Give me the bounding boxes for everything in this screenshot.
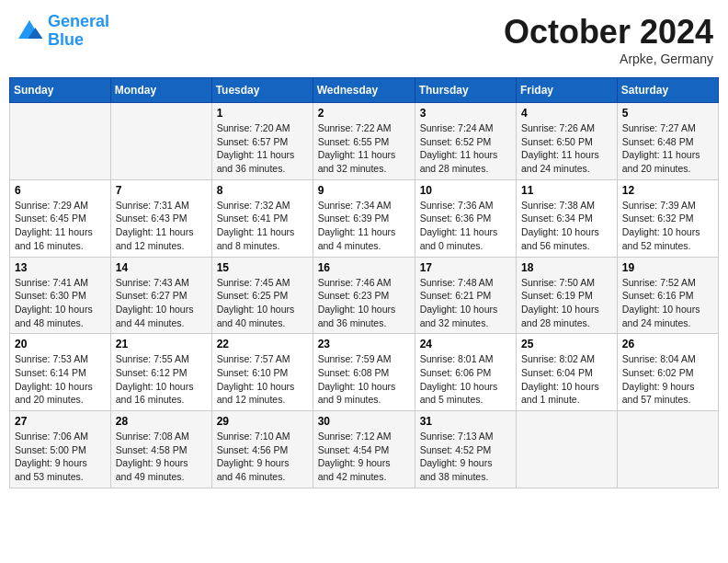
- calendar-cell: 27Sunrise: 7:06 AM Sunset: 5:00 PM Dayli…: [10, 411, 111, 488]
- calendar-week-1: 1Sunrise: 7:20 AM Sunset: 6:57 PM Daylig…: [10, 103, 719, 180]
- calendar-cell: 15Sunrise: 7:45 AM Sunset: 6:25 PM Dayli…: [211, 257, 313, 334]
- day-info: Sunrise: 7:48 AM Sunset: 6:21 PM Dayligh…: [420, 276, 511, 330]
- day-number: 11: [521, 184, 612, 197]
- day-number: 26: [622, 338, 713, 350]
- day-number: 23: [318, 338, 410, 350]
- month-title: October 2024: [504, 13, 713, 52]
- day-info: Sunrise: 7:46 AM Sunset: 6:23 PM Dayligh…: [318, 276, 410, 330]
- day-info: Sunrise: 7:10 AM Sunset: 4:56 PM Dayligh…: [217, 430, 308, 484]
- day-number: 5: [622, 107, 713, 120]
- calendar-cell: 20Sunrise: 7:53 AM Sunset: 6:14 PM Dayli…: [10, 334, 111, 411]
- day-number: 3: [420, 107, 511, 120]
- day-number: 30: [318, 415, 410, 428]
- calendar-week-4: 20Sunrise: 7:53 AM Sunset: 6:14 PM Dayli…: [10, 334, 719, 411]
- day-number: 22: [217, 338, 308, 350]
- calendar-cell: 18Sunrise: 7:50 AM Sunset: 6:19 PM Dayli…: [517, 257, 618, 334]
- day-number: 31: [420, 415, 511, 428]
- weekday-header-sunday: Sunday: [10, 78, 111, 103]
- day-number: 12: [622, 184, 713, 197]
- day-info: Sunrise: 8:04 AM Sunset: 6:02 PM Dayligh…: [622, 352, 713, 407]
- calendar-cell: 26Sunrise: 8:04 AM Sunset: 6:02 PM Dayli…: [617, 334, 718, 411]
- calendar-cell: 17Sunrise: 7:48 AM Sunset: 6:21 PM Dayli…: [415, 257, 516, 334]
- day-info: Sunrise: 7:43 AM Sunset: 6:27 PM Dayligh…: [116, 276, 207, 330]
- day-number: 9: [318, 184, 410, 197]
- day-info: Sunrise: 7:55 AM Sunset: 6:12 PM Dayligh…: [116, 352, 207, 407]
- day-number: 10: [420, 184, 511, 197]
- weekday-header-tuesday: Tuesday: [211, 78, 313, 103]
- day-info: Sunrise: 7:31 AM Sunset: 6:43 PM Dayligh…: [116, 199, 207, 253]
- logo-text: General Blue: [48, 13, 109, 50]
- day-info: Sunrise: 7:22 AM Sunset: 6:55 PM Dayligh…: [318, 121, 410, 176]
- day-info: Sunrise: 7:36 AM Sunset: 6:36 PM Dayligh…: [420, 199, 511, 253]
- day-number: 29: [217, 415, 308, 428]
- calendar-cell: 31Sunrise: 7:13 AM Sunset: 4:52 PM Dayli…: [415, 411, 516, 488]
- calendar-cell: 9Sunrise: 7:34 AM Sunset: 6:39 PM Daylig…: [313, 179, 415, 257]
- calendar-table: SundayMondayTuesdayWednesdayThursdayFrid…: [9, 77, 719, 488]
- calendar-cell: 6Sunrise: 7:29 AM Sunset: 6:45 PM Daylig…: [10, 179, 111, 257]
- day-number: 7: [116, 184, 207, 197]
- logo-icon: [15, 17, 44, 46]
- calendar-cell: 28Sunrise: 7:08 AM Sunset: 4:58 PM Dayli…: [110, 411, 211, 488]
- location-subtitle: Arpke, Germany: [504, 52, 713, 66]
- day-number: 27: [15, 415, 106, 428]
- day-info: Sunrise: 8:02 AM Sunset: 6:04 PM Dayligh…: [521, 352, 612, 407]
- day-info: Sunrise: 7:13 AM Sunset: 4:52 PM Dayligh…: [420, 430, 511, 484]
- calendar-cell: 1Sunrise: 7:20 AM Sunset: 6:57 PM Daylig…: [211, 103, 313, 180]
- page-header: General Blue October 2024 Arpke, Germany: [9, 9, 719, 70]
- day-info: Sunrise: 7:29 AM Sunset: 6:45 PM Dayligh…: [15, 199, 106, 253]
- weekday-header-thursday: Thursday: [415, 78, 516, 103]
- calendar-cell: 29Sunrise: 7:10 AM Sunset: 4:56 PM Dayli…: [211, 411, 313, 488]
- day-number: 1: [217, 107, 308, 120]
- weekday-header-wednesday: Wednesday: [313, 78, 415, 103]
- day-number: 17: [420, 261, 511, 274]
- calendar-cell: 13Sunrise: 7:41 AM Sunset: 6:30 PM Dayli…: [10, 257, 111, 334]
- logo: General Blue: [15, 13, 109, 50]
- calendar-week-3: 13Sunrise: 7:41 AM Sunset: 6:30 PM Dayli…: [10, 257, 719, 334]
- day-info: Sunrise: 8:01 AM Sunset: 6:06 PM Dayligh…: [420, 352, 511, 407]
- calendar-cell: [517, 411, 618, 488]
- day-info: Sunrise: 7:57 AM Sunset: 6:10 PM Dayligh…: [217, 352, 308, 407]
- day-info: Sunrise: 7:45 AM Sunset: 6:25 PM Dayligh…: [217, 276, 308, 330]
- day-info: Sunrise: 7:34 AM Sunset: 6:39 PM Dayligh…: [318, 199, 410, 253]
- calendar-cell: 19Sunrise: 7:52 AM Sunset: 6:16 PM Dayli…: [617, 257, 718, 334]
- day-info: Sunrise: 7:52 AM Sunset: 6:16 PM Dayligh…: [622, 276, 713, 330]
- day-number: 20: [15, 338, 106, 350]
- calendar-cell: 16Sunrise: 7:46 AM Sunset: 6:23 PM Dayli…: [313, 257, 415, 334]
- title-block: October 2024 Arpke, Germany: [504, 13, 713, 66]
- day-info: Sunrise: 7:53 AM Sunset: 6:14 PM Dayligh…: [15, 352, 106, 407]
- day-number: 2: [318, 107, 410, 120]
- day-number: 6: [15, 184, 106, 197]
- calendar-cell: [110, 103, 211, 180]
- day-number: 25: [521, 338, 612, 350]
- weekday-header-monday: Monday: [110, 78, 211, 103]
- weekday-header-saturday: Saturday: [617, 78, 718, 103]
- calendar-cell: 24Sunrise: 8:01 AM Sunset: 6:06 PM Dayli…: [415, 334, 516, 411]
- calendar-cell: 14Sunrise: 7:43 AM Sunset: 6:27 PM Dayli…: [110, 257, 211, 334]
- calendar-cell: 25Sunrise: 8:02 AM Sunset: 6:04 PM Dayli…: [517, 334, 618, 411]
- calendar-cell: 23Sunrise: 7:59 AM Sunset: 6:08 PM Dayli…: [313, 334, 415, 411]
- calendar-cell: 21Sunrise: 7:55 AM Sunset: 6:12 PM Dayli…: [110, 334, 211, 411]
- calendar-week-5: 27Sunrise: 7:06 AM Sunset: 5:00 PM Dayli…: [10, 411, 719, 488]
- day-info: Sunrise: 7:06 AM Sunset: 5:00 PM Dayligh…: [15, 430, 106, 484]
- calendar-cell: 7Sunrise: 7:31 AM Sunset: 6:43 PM Daylig…: [110, 179, 211, 257]
- day-number: 15: [217, 261, 308, 274]
- calendar-cell: 12Sunrise: 7:39 AM Sunset: 6:32 PM Dayli…: [617, 179, 718, 257]
- day-number: 16: [318, 261, 410, 274]
- day-number: 21: [116, 338, 207, 350]
- calendar-cell: 8Sunrise: 7:32 AM Sunset: 6:41 PM Daylig…: [211, 179, 313, 257]
- calendar-cell: 22Sunrise: 7:57 AM Sunset: 6:10 PM Dayli…: [211, 334, 313, 411]
- day-number: 13: [15, 261, 106, 274]
- calendar-header: SundayMondayTuesdayWednesdayThursdayFrid…: [10, 78, 719, 103]
- day-info: Sunrise: 7:59 AM Sunset: 6:08 PM Dayligh…: [318, 352, 410, 407]
- calendar-cell: 11Sunrise: 7:38 AM Sunset: 6:34 PM Dayli…: [517, 179, 618, 257]
- day-number: 18: [521, 261, 612, 274]
- day-number: 8: [217, 184, 308, 197]
- day-info: Sunrise: 7:26 AM Sunset: 6:50 PM Dayligh…: [521, 121, 612, 176]
- calendar-cell: [617, 411, 718, 488]
- day-number: 28: [116, 415, 207, 428]
- calendar-cell: [10, 103, 111, 180]
- calendar-cell: 5Sunrise: 7:27 AM Sunset: 6:48 PM Daylig…: [617, 103, 718, 180]
- day-info: Sunrise: 7:39 AM Sunset: 6:32 PM Dayligh…: [622, 199, 713, 253]
- day-info: Sunrise: 7:41 AM Sunset: 6:30 PM Dayligh…: [15, 276, 106, 330]
- day-number: 14: [116, 261, 207, 274]
